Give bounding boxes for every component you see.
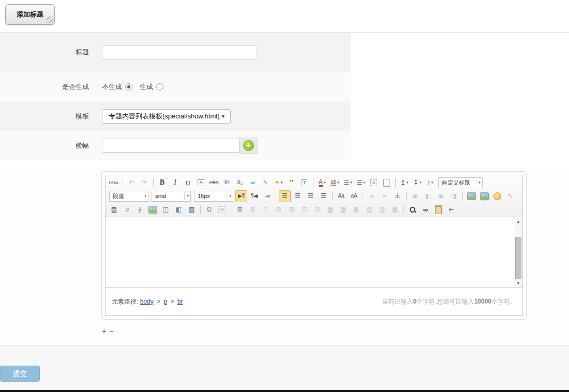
scroll-down-icon[interactable]: ▼ <box>514 279 522 287</box>
insert-code-button[interactable]: ◧ <box>173 204 185 216</box>
chevron-down-icon: ▾ <box>324 180 326 185</box>
merge-cells-button[interactable]: ▣ <box>350 204 362 216</box>
dir-ltr-button[interactable]: ▶¶ <box>235 190 247 202</box>
insert-map-button[interactable] <box>147 204 159 216</box>
word-image-button[interactable]: W <box>216 204 228 216</box>
blockquote-button[interactable]: “ <box>286 177 297 189</box>
snapscreen-button[interactable]: ▥ <box>186 204 198 216</box>
bold-button[interactable]: B <box>156 177 168 189</box>
merge-down-button[interactable]: ▦ <box>337 204 349 216</box>
source-code-button[interactable]: HTML <box>108 177 120 189</box>
editor-grow-button[interactable]: + <box>102 327 106 335</box>
line-spacing-button[interactable]: ↕▾ <box>424 177 436 189</box>
special-char-button[interactable]: Ω <box>203 204 215 216</box>
align-justify-button[interactable]: ☰ <box>318 190 330 202</box>
dir-rtl-button[interactable]: ¶◀ <box>248 190 260 202</box>
scrawl-button[interactable]: ✎ <box>504 190 516 202</box>
editor-scrollbar[interactable]: ▲ ▼ <box>514 217 522 287</box>
insert-table-button[interactable]: ⊞ <box>234 204 246 216</box>
generate-radio-unselected[interactable] <box>156 83 163 91</box>
ordered-list-button[interactable]: ☰▾ <box>342 177 354 189</box>
to-lowercase-button[interactable]: aA <box>348 190 360 202</box>
find-replace-button[interactable]: ∞ <box>420 204 431 216</box>
new-doc-button[interactable] <box>381 177 393 189</box>
image-inline-button[interactable]: ▣ <box>409 190 421 202</box>
paste-text-button[interactable]: T <box>298 177 310 189</box>
strikethrough-button[interactable]: ABC <box>208 177 220 189</box>
image-left-button[interactable]: ◧ <box>422 190 434 202</box>
undo-button[interactable]: ↶ <box>126 177 138 189</box>
to-uppercase-button[interactable]: Aa <box>335 190 347 202</box>
path-link-br[interactable]: br <box>177 298 183 305</box>
indent-button[interactable]: ⇥ <box>261 190 273 202</box>
superscript-button[interactable]: X² <box>221 177 233 189</box>
align-right-button[interactable]: ☰ <box>305 190 317 202</box>
insert-image-button[interactable] <box>466 190 477 202</box>
generate-radio-selected[interactable] <box>125 83 132 91</box>
eraser-button[interactable]: ▰ <box>247 177 259 189</box>
banner-input[interactable] <box>102 139 239 153</box>
search-button[interactable] <box>407 204 418 216</box>
unordered-list-button[interactable]: ☰▾ <box>355 177 367 189</box>
path-link-p[interactable]: p <box>163 298 167 305</box>
scrollbar-thumb[interactable] <box>515 237 521 279</box>
page-break-button[interactable]: ⇤ <box>445 204 457 216</box>
align-center-button[interactable]: ☰ <box>292 190 304 202</box>
image-inline-icon: ▣ <box>412 193 418 199</box>
para-spacing-bottom-button[interactable]: ↧▾ <box>411 177 423 189</box>
font-select-value: arial <box>155 193 166 199</box>
template-select[interactable]: 专题内容列表模板(special/show.html) ▼ <box>102 109 231 124</box>
delete-row-button[interactable]: ⊟ <box>298 204 310 216</box>
paragraph-select[interactable]: 段落▾ <box>109 191 148 202</box>
editor-content-area[interactable]: ▲ ▼ <box>106 217 522 287</box>
format-brush-icon: ✎ <box>263 179 268 186</box>
emoticon-button[interactable] <box>491 190 503 202</box>
image-center-button[interactable]: ▣ <box>435 190 447 202</box>
custom-title-select[interactable]: 自定义标题▾ <box>438 177 483 188</box>
merge-down-icon: ▦ <box>340 206 346 213</box>
editor-resize-controls: +− <box>102 327 569 335</box>
back-color-button[interactable]: ab▾ <box>329 177 341 189</box>
merge-right-button[interactable]: ▦ <box>324 204 336 216</box>
select-all-button[interactable]: a <box>368 177 380 189</box>
attachment-button[interactable]: ∮ <box>134 204 146 216</box>
insert-col-button[interactable]: ⊞ <box>286 204 297 216</box>
submit-button[interactable]: 提交 <box>0 366 40 382</box>
path-link-body[interactable]: body <box>140 298 154 305</box>
table-title-button[interactable]: ⊤ <box>260 204 272 216</box>
editor-shrink-button[interactable]: − <box>109 327 113 335</box>
underline-icon: U <box>186 179 190 186</box>
title-input[interactable] <box>102 46 257 59</box>
para-spacing-top-button[interactable]: ↥▾ <box>398 177 410 189</box>
underline-button[interactable]: U <box>182 177 194 189</box>
font-select[interactable]: arial▾ <box>152 191 191 202</box>
italic-button[interactable]: I <box>169 177 181 189</box>
toolbar-separator <box>406 192 407 200</box>
paste-button[interactable] <box>432 204 444 216</box>
insert-music-button[interactable]: ♫ <box>121 204 133 216</box>
add-title-button[interactable]: 添加标题 <box>5 4 55 25</box>
scroll-up-icon[interactable]: ▲ <box>514 217 522 225</box>
fontsize-select[interactable]: 16px▾ <box>194 191 233 202</box>
anchor-button[interactable]: ⚓ <box>392 190 403 202</box>
image-manager-button[interactable] <box>478 190 490 202</box>
link-button[interactable]: ∞ <box>366 190 378 202</box>
insert-video-button[interactable]: ▤ <box>108 204 120 216</box>
unlink-button[interactable]: ∞ <box>379 190 391 202</box>
add-banner-button[interactable]: + <box>239 138 258 154</box>
insert-row-button[interactable]: ⊞ <box>273 204 284 216</box>
delete-table-button[interactable]: ⊠ <box>247 204 259 216</box>
align-left-button[interactable]: ☰ <box>279 190 291 202</box>
split-cell-button[interactable]: ▩ <box>389 204 401 216</box>
split-row-button[interactable]: ▤ <box>363 204 375 216</box>
split-col-button[interactable]: ▥ <box>376 204 388 216</box>
font-color-button[interactable]: A▾ <box>316 177 328 189</box>
subscript-button[interactable]: X₂ <box>234 177 246 189</box>
insert-iframe-button[interactable]: ◫ <box>160 204 172 216</box>
image-right-button[interactable]: ◨ <box>448 190 460 202</box>
font-border-button[interactable]: A <box>195 177 207 189</box>
redo-button[interactable]: ↷ <box>139 177 151 189</box>
format-brush-button[interactable]: ✎ <box>260 177 272 189</box>
delete-col-button[interactable]: ⊟ <box>311 204 323 216</box>
auto-typeset-button[interactable]: ✶▾ <box>273 177 284 189</box>
